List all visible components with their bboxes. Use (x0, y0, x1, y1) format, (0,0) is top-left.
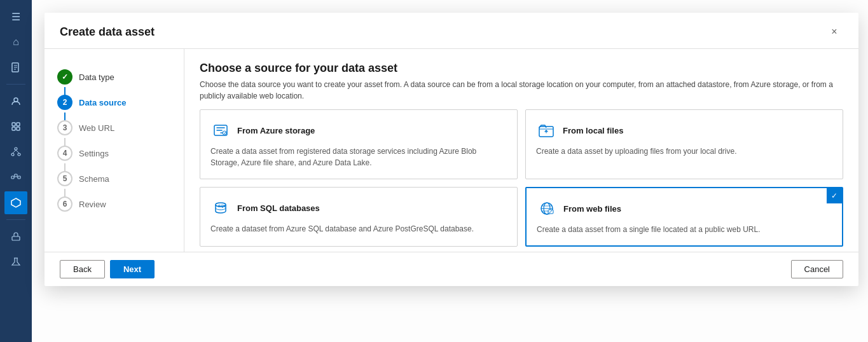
step-review: 6 Review (55, 191, 174, 217)
svg-rect-15 (15, 174, 17, 177)
svg-point-22 (223, 131, 226, 135)
option-azure-storage-description: Create a data asset from registered data… (210, 146, 507, 168)
svg-rect-5 (12, 123, 15, 126)
option-web-files-header: From web files (537, 198, 832, 219)
sql-icon: SQL (210, 198, 231, 218)
sidebar-divider-2 (6, 219, 25, 220)
option-azure-storage[interactable]: From Azure storage Create a data asset f… (200, 109, 518, 179)
step-schema: 5 Schema (55, 166, 174, 191)
sidebar-icon-menu[interactable]: ☰ (4, 5, 27, 28)
option-azure-storage-header: From Azure storage (210, 120, 507, 140)
svg-rect-19 (12, 236, 20, 240)
option-local-files[interactable]: From local files Create a data asset by … (525, 109, 843, 179)
sidebar-icon-lab[interactable] (4, 250, 27, 273)
content-panel: Choose a source for your data asset Choo… (184, 49, 858, 252)
step-circle-schema: 5 (57, 171, 72, 186)
option-web-files[interactable]: ✓ (525, 187, 843, 247)
sidebar-icon-pipeline[interactable] (4, 166, 27, 189)
cancel-button[interactable]: Cancel (791, 260, 843, 278)
step-circle-review: 6 (57, 196, 72, 212)
svg-line-12 (13, 150, 16, 153)
step-label-settings: Settings (79, 149, 109, 158)
modal-header: Create data asset × (45, 13, 858, 49)
modal-title: Create data asset (60, 25, 155, 39)
option-sql-databases-header: SQL From SQL databases (210, 198, 507, 218)
azure-storage-icon (210, 120, 231, 140)
svg-rect-6 (17, 123, 20, 126)
modal-body: ✓ Data type 2 Data source 3 Web URL 4 Se… (45, 49, 858, 252)
content-header: Choose a source for your data asset Choo… (184, 49, 858, 109)
sidebar-icon-home[interactable]: ⌂ (4, 31, 27, 53)
option-web-files-description: Create a data asset from a single file l… (537, 224, 832, 235)
option-sql-title: From SQL databases (237, 203, 320, 213)
svg-point-11 (18, 153, 20, 156)
step-label-data-type: Data type (79, 72, 114, 82)
sidebar-icon-notebook[interactable] (4, 56, 27, 79)
modal-overlay: Create data asset × ✓ Data type 2 Data s… (32, 0, 868, 342)
step-circle-data-source: 2 (57, 95, 72, 110)
create-data-asset-modal: Create data asset × ✓ Data type 2 Data s… (45, 13, 858, 286)
option-web-files-title: From web files (563, 204, 621, 214)
next-button[interactable]: Next (110, 260, 155, 278)
sidebar-icon-data[interactable] (4, 115, 27, 138)
sidebar-icon-auth[interactable] (4, 90, 27, 113)
options-area: From Azure storage Create a data asset f… (184, 109, 858, 252)
step-label-web-url: Web URL (79, 123, 114, 133)
web-files-icon (537, 198, 557, 219)
steps-panel: ✓ Data type 2 Data source 3 Web URL 4 Se… (45, 49, 184, 252)
step-web-url: 3 Web URL (55, 115, 174, 140)
step-circle-web-url: 3 (57, 120, 72, 135)
step-settings: 4 Settings (55, 140, 174, 166)
back-button[interactable]: Back (60, 260, 105, 278)
svg-rect-7 (12, 127, 15, 130)
svg-point-10 (11, 153, 14, 156)
svg-rect-16 (18, 176, 20, 179)
modal-close-button[interactable]: × (825, 23, 843, 41)
footer-left-buttons: Back Next (60, 260, 155, 278)
option-sql-databases[interactable]: SQL From SQL databases Create a dataset … (200, 187, 518, 247)
step-circle-settings: 4 (57, 146, 72, 161)
options-grid: From Azure storage Create a data asset f… (200, 109, 843, 247)
option-local-files-description: Create a data asset by uploading files f… (536, 146, 832, 157)
svg-text:SQL: SQL (218, 204, 226, 208)
content-description: Choose the data source you want to creat… (200, 79, 843, 102)
sidebar-divider-1 (6, 84, 25, 85)
step-label-review: Review (79, 200, 106, 209)
step-data-source: 2 Data source (55, 90, 174, 115)
sidebar-icon-deploy[interactable] (4, 225, 27, 248)
local-files-icon (536, 120, 556, 140)
option-local-files-title: From local files (563, 126, 623, 135)
option-sql-description: Create a dataset from Azure SQL database… (210, 223, 507, 235)
step-circle-data-type: ✓ (57, 69, 72, 85)
step-label-data-source: Data source (79, 98, 126, 107)
step-data-type: ✓ Data type (55, 64, 174, 90)
modal-footer: Back Next Cancel (45, 252, 858, 286)
option-azure-storage-title: From Azure storage (237, 126, 315, 135)
sidebar: ☰ ⌂ (0, 0, 32, 342)
sidebar-icon-assets[interactable] (4, 191, 27, 214)
svg-rect-14 (11, 176, 14, 179)
option-local-files-header: From local files (536, 120, 832, 140)
svg-point-9 (15, 147, 17, 150)
content-title: Choose a source for your data asset (200, 62, 843, 75)
sidebar-icon-cluster[interactable] (4, 140, 27, 163)
svg-line-13 (16, 150, 19, 153)
svg-point-4 (14, 98, 18, 102)
step-label-schema: Schema (79, 174, 109, 184)
selected-checkmark: ✓ (827, 188, 842, 203)
svg-rect-8 (17, 127, 20, 130)
